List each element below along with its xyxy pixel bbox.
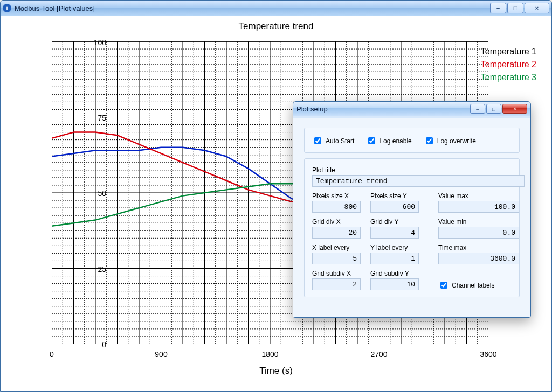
dialog-body: Auto Start Log enable Log overwrite Plot…	[293, 116, 530, 317]
dialog-title: Plot setup	[296, 105, 469, 113]
plot-title-label: Plot title	[312, 166, 512, 174]
main-titlebar[interactable]: i Modbus-Tool [Plot values] – □ ×	[1, 1, 551, 16]
x-axis-label: Time (s)	[1, 366, 551, 376]
value-min-field[interactable]: 0.0	[438, 227, 519, 239]
log-enable-checkbox[interactable]: Log enable	[366, 136, 411, 146]
x-tick-label: 900	[145, 350, 177, 359]
value-max-label: Value max	[438, 192, 519, 200]
maximize-button[interactable]: □	[507, 3, 523, 13]
minimize-button[interactable]: –	[490, 3, 506, 13]
grid-div-x-label: Grid div X	[312, 218, 361, 226]
dialog-minimize-button[interactable]: –	[470, 104, 485, 114]
x-tick-label: 3600	[472, 350, 505, 359]
grid-subdiv-y-label: Grid subdiv Y	[370, 270, 419, 277]
time-max-field[interactable]: 3600.0	[438, 253, 519, 264]
legend-item-3: Temperature 3	[481, 71, 536, 84]
grid-subdiv-x-field[interactable]: 2	[312, 278, 361, 290]
x-tick-label: 2700	[363, 350, 395, 359]
plot-title-field[interactable]: Temperature trend	[312, 175, 525, 187]
auto-start-input[interactable]	[314, 137, 321, 144]
dialog-maximize-button[interactable]: □	[486, 104, 501, 114]
x-label-every-label: X label every	[312, 244, 361, 251]
app-icon: i	[3, 4, 11, 12]
log-overwrite-checkbox[interactable]: Log overwrite	[424, 136, 476, 146]
dialog-close-button[interactable]: ×	[502, 104, 527, 114]
dialog-titlebar[interactable]: Plot setup – □ ×	[293, 102, 530, 116]
dialog-window-buttons: – □ ×	[469, 104, 527, 114]
log-overwrite-input[interactable]	[426, 137, 433, 144]
fields-group: Plot title Temperature trend Pixels size…	[304, 158, 520, 297]
y-label-every-label: Y label every	[370, 244, 419, 251]
grid-div-y-field[interactable]: 4	[370, 227, 419, 239]
plot-title: Temperature trend	[1, 21, 551, 32]
checkbox-group: Auto Start Log enable Log overwrite	[304, 128, 520, 153]
channel-labels-checkbox[interactable]: Channel labels	[438, 280, 519, 290]
legend: Temperature 1 Temperature 2 Temperature …	[481, 45, 536, 84]
grid-subdiv-y-field[interactable]: 10	[370, 278, 419, 290]
legend-item-1: Temperature 1	[481, 45, 536, 58]
grid-div-y-label: Grid div Y	[370, 218, 419, 226]
y-label-every-field[interactable]: 1	[370, 253, 419, 264]
time-max-label: Time max	[438, 244, 519, 251]
grid-subdiv-x-label: Grid subdiv X	[312, 270, 361, 277]
x-tick-label: 1800	[254, 350, 286, 359]
x-label-every-field[interactable]: 5	[312, 253, 361, 264]
pixels-size-y-label: Pixels size Y	[370, 192, 419, 200]
channel-labels-input[interactable]	[440, 282, 447, 289]
value-min-label: Value min	[438, 218, 519, 226]
window-title: Modbus-Tool [Plot values]	[15, 4, 489, 12]
pixels-size-x-field[interactable]: 800	[312, 201, 361, 213]
pixels-size-x-label: Pixels size X	[312, 192, 361, 200]
pixels-size-y-field[interactable]: 600	[370, 201, 419, 213]
window-buttons: – □ ×	[489, 3, 549, 13]
log-enable-input[interactable]	[368, 137, 375, 144]
value-max-field[interactable]: 100.0	[438, 201, 519, 213]
x-tick-label: 0	[36, 350, 68, 359]
close-button[interactable]: ×	[525, 3, 549, 13]
legend-item-2: Temperature 2	[481, 58, 536, 71]
grid-div-x-field[interactable]: 20	[312, 227, 361, 239]
auto-start-checkbox[interactable]: Auto Start	[312, 136, 354, 146]
plot-setup-dialog[interactable]: Plot setup – □ × Auto Start Log enable L…	[293, 101, 531, 318]
